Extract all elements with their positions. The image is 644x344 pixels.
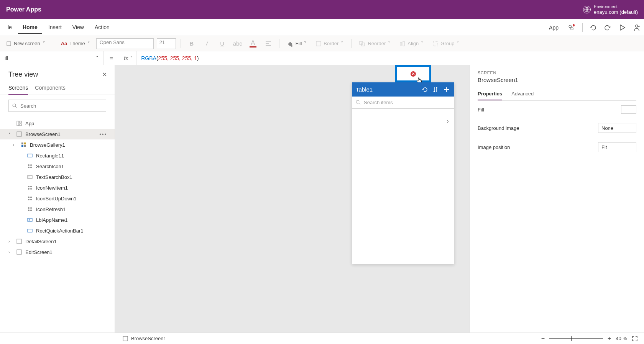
tree-item-iconsortupdown1[interactable]: IconSortUpDown1	[0, 193, 115, 204]
label-icon	[27, 217, 33, 223]
tab-properties[interactable]: Properties	[478, 88, 502, 100]
play-icon[interactable]	[618, 23, 626, 32]
icon-icon	[27, 206, 33, 212]
border-button[interactable]: Border ˅	[313, 39, 347, 48]
tree-item-label: EditScreen1	[25, 249, 53, 255]
zoom-in-button[interactable]: +	[608, 335, 611, 342]
expand-chevron-icon[interactable]: ˅	[8, 132, 13, 136]
tab-advanced[interactable]: Advanced	[511, 88, 534, 100]
menu-action[interactable]: Action	[90, 21, 114, 34]
svg-point-11	[13, 104, 16, 107]
chevron-down-icon: ˅	[421, 41, 424, 46]
font-select[interactable]: Open Sans	[96, 38, 154, 49]
prop-label: Image position	[478, 144, 510, 150]
tree-item-label: IconNewItem1	[36, 185, 68, 191]
sort-icon[interactable]	[433, 87, 440, 93]
app-dropdown[interactable]: App	[549, 25, 559, 31]
app-checker-icon[interactable]	[568, 23, 576, 32]
svg-point-3	[636, 25, 638, 27]
theme-icon: Aa	[61, 41, 67, 46]
redo-icon[interactable]	[603, 23, 612, 32]
tree-item-label: RectQuickActionBar1	[36, 228, 84, 234]
reorder-label: Reorder	[368, 41, 386, 46]
reorder-button[interactable]: Reorder ˅	[356, 39, 394, 48]
search-bar[interactable]: Search items	[352, 97, 454, 109]
prop-row-bgimage: Background image None	[478, 118, 636, 138]
font-size-select[interactable]: 21	[157, 38, 176, 49]
refresh-icon[interactable]	[422, 87, 429, 93]
align-controls-button[interactable]: Align ˅	[397, 39, 427, 48]
tab-components[interactable]: Components	[35, 82, 65, 95]
app-title: Power Apps	[6, 6, 41, 13]
fill-label: Fill	[296, 41, 302, 46]
add-icon[interactable]	[444, 87, 450, 93]
tree-item-label: IconRefresh1	[36, 206, 66, 212]
canvas[interactable]: ✕ Table1 Search item	[115, 65, 470, 333]
tree-view-title: Tree view	[8, 70, 38, 79]
share-icon[interactable]	[632, 23, 641, 32]
menu-home[interactable]: Home	[18, 21, 42, 34]
expand-chevron-icon[interactable]: ›	[13, 143, 18, 147]
tab-screens[interactable]: Screens	[8, 82, 28, 95]
separator	[279, 39, 279, 48]
group-icon	[433, 41, 438, 46]
rect-icon	[27, 228, 33, 234]
tree-item-browsegallery1[interactable]: ›BrowseGallery1	[0, 139, 115, 150]
close-icon[interactable]: ✕	[102, 71, 107, 78]
more-icon[interactable]: •••	[99, 131, 107, 137]
menu-insert[interactable]: Insert	[44, 21, 66, 34]
tree-app-node[interactable]: App	[0, 118, 115, 129]
prop-value-dropdown[interactable]: Fit	[598, 142, 636, 152]
tree-item-rectquickactionbar1[interactable]: RectQuickActionBar1	[0, 225, 115, 236]
group-button[interactable]: Group ˅	[430, 39, 462, 48]
reorder-icon	[359, 41, 365, 46]
property-selector[interactable]: ill ˅	[0, 51, 104, 65]
group-label: Group	[440, 41, 454, 46]
icon-icon	[27, 185, 33, 191]
fill-swatch[interactable]	[621, 105, 636, 114]
error-badge	[573, 24, 575, 26]
svg-point-24	[30, 167, 32, 168]
menu-file[interactable]: le	[3, 21, 16, 34]
prop-label: Background image	[478, 125, 519, 131]
zoom-slider[interactable]	[549, 338, 603, 339]
gallery-icon	[21, 142, 27, 148]
phone-preview[interactable]: Table1 Search items ›	[352, 82, 454, 264]
tree-item-iconnewitem1[interactable]: IconNewItem1	[0, 182, 115, 193]
align-button[interactable]	[262, 38, 274, 49]
tree-item-iconrefresh1[interactable]: IconRefresh1	[0, 204, 115, 215]
theme-button[interactable]: Aa Theme ˅	[58, 39, 93, 48]
svg-point-30	[28, 197, 30, 198]
tree-item-label: TextSearchBox1	[36, 174, 72, 180]
tree-item-editscreen1[interactable]: ›EditScreen1	[0, 247, 115, 257]
formula-input[interactable]: RGBA(255, 255, 255, 1)	[136, 55, 644, 61]
selection-marker[interactable]: ✕	[395, 65, 431, 82]
menu-view[interactable]: View	[68, 21, 89, 34]
undo-icon[interactable]	[589, 23, 597, 32]
environment-picker[interactable]: Environment enayu.com (default)	[583, 4, 638, 15]
prop-value-dropdown[interactable]: None	[598, 123, 636, 133]
bold-button[interactable]: B	[186, 38, 198, 49]
search-input[interactable]	[20, 103, 103, 109]
tree-item-rectangle11[interactable]: Rectangle11	[0, 150, 115, 161]
tree-search-box[interactable]	[8, 100, 106, 112]
tree-item-detailscreen1[interactable]: ›DetailScreen1	[0, 236, 115, 247]
tree-item-textsearchbox1[interactable]: TextSearchBox1	[0, 172, 115, 182]
tree-item-label: BrowseScreen1	[25, 131, 61, 137]
expand-chevron-icon[interactable]: ›	[8, 250, 13, 254]
tree-item-lblappname1[interactable]: LblAppName1	[0, 215, 115, 225]
expand-chevron-icon[interactable]: ›	[8, 239, 13, 244]
tree-item-searchicon1[interactable]: SearchIcon1	[0, 161, 115, 172]
italic-button[interactable]: /	[201, 38, 213, 49]
underline-button[interactable]: U	[216, 38, 228, 49]
zoom-out-button[interactable]: −	[541, 335, 545, 342]
svg-rect-19	[24, 145, 26, 147]
strikethrough-button[interactable]: abc	[232, 38, 244, 49]
fit-to-window-icon[interactable]	[632, 336, 638, 342]
fx-button[interactable]: fx ˅	[119, 51, 136, 65]
fill-button[interactable]: Fill ˅	[284, 39, 310, 48]
new-screen-button[interactable]: New screen ˅	[3, 39, 48, 48]
tree-item-browsescreen1[interactable]: ˅BrowseScreen1•••	[0, 129, 115, 139]
gallery-row[interactable]: ›	[352, 109, 454, 134]
font-color-button[interactable]: A	[247, 38, 259, 49]
